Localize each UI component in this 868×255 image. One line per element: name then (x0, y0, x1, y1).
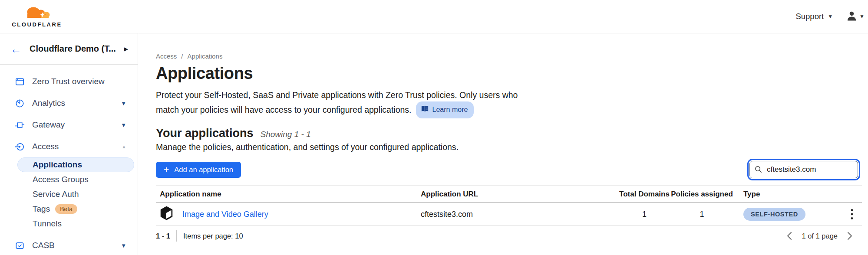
sidebar-item-zero-trust-overview[interactable]: Zero Trust overview (0, 71, 138, 92)
column-header-application-url: Application URL (421, 190, 618, 199)
account-name: Cloudflare Demo (T... (30, 44, 116, 54)
sidebar-item-label: Analytics (32, 98, 65, 108)
pager: 1 of 1 page (787, 232, 852, 240)
add-application-button[interactable]: + Add an application (156, 162, 241, 178)
page-description: Protect your Self-Hosted, SaaS and Priva… (156, 88, 634, 118)
sidebar-item-access-groups[interactable]: Access Groups (0, 172, 138, 187)
sidebar-item-service-auth[interactable]: Service Auth (0, 187, 138, 202)
main-content: Access / Applications Applications Prote… (139, 33, 868, 255)
analytics-pie-icon (14, 98, 25, 108)
add-application-label: Add an application (174, 166, 233, 174)
breadcrumb: Access / Applications (156, 52, 862, 60)
chevron-up-icon[interactable]: ▲ (122, 144, 126, 149)
sidebar-item-tunnels[interactable]: Tunnels (0, 216, 138, 231)
page-title: Applications (156, 64, 862, 83)
chevron-down-icon: ▼ (828, 13, 833, 20)
items-per-page[interactable]: Items per page: 10 (183, 232, 243, 240)
sidebar-item-gateway[interactable]: Gateway ▼ (0, 114, 138, 136)
account-selector[interactable]: ← Cloudflare Demo (T... ▶ (0, 33, 138, 65)
section-subtitle: Manage the policies, authentication, and… (156, 142, 862, 152)
search-input[interactable] (749, 161, 858, 178)
sidebar-item-label: Zero Trust overview (32, 77, 105, 86)
section-title: Your applications (156, 127, 254, 140)
support-menu[interactable]: Support ▼ (795, 12, 833, 21)
user-avatar-icon (846, 10, 858, 23)
sidebar: ← Cloudflare Demo (T... ▶ Zero Trust ove… (0, 33, 138, 255)
cloudflare-logo: CLOUDFLARE (8, 6, 66, 28)
sidebar-item-label: Tags (33, 204, 50, 214)
row-actions-kebab-icon[interactable] (849, 207, 855, 222)
page-description-line1: Protect your Self-Hosted, SaaS and Priva… (156, 90, 518, 100)
gateway-icon (14, 120, 25, 130)
plus-icon: + (164, 165, 169, 174)
access-login-icon (14, 141, 25, 152)
sidebar-item-label: Applications (33, 160, 82, 170)
policies-assigned-value: 1 (670, 210, 733, 219)
sidebar-item-analytics[interactable]: Analytics ▼ (0, 92, 138, 114)
application-cube-icon (160, 206, 173, 222)
sidebar-nav: Zero Trust overview Analytics ▼ Gateway (0, 65, 138, 255)
column-header-application-name: Application name (156, 190, 421, 199)
learn-more-button[interactable]: Learn more (416, 101, 474, 118)
support-label: Support (795, 12, 824, 21)
sidebar-item-label: CASB (32, 241, 55, 250)
application-search (749, 161, 858, 178)
beta-badge: Beta (55, 204, 77, 214)
table-header-row: Application name Application URL Total D… (156, 185, 862, 203)
sidebar-item-access[interactable]: Access ▲ (0, 136, 138, 157)
user-menu[interactable]: ▼ (846, 10, 865, 23)
access-submenu: Applications Access Groups Service Auth … (0, 157, 138, 231)
chevron-down-icon[interactable]: ▼ (121, 100, 126, 107)
table-footer: 1 - 1 Items per page: 10 1 of 1 page (156, 230, 862, 242)
cloudflare-logo-text: CLOUDFLARE (12, 21, 62, 28)
column-header-type: Type (733, 190, 819, 199)
sidebar-item-label: Tunnels (33, 219, 62, 229)
showing-count: Showing 1 - 1 (261, 130, 311, 139)
sidebar-item-tags[interactable]: Tags Beta (0, 202, 138, 216)
casb-check-icon (14, 240, 25, 251)
next-page-icon[interactable] (847, 232, 852, 240)
breadcrumb-applications[interactable]: Applications (188, 52, 223, 60)
page-indicator: 1 of 1 page (802, 232, 838, 240)
results-range: 1 - 1 (156, 232, 170, 240)
total-domains-value: 1 (618, 210, 670, 219)
cloudflare-cloud-icon (23, 6, 51, 21)
sidebar-item-applications[interactable]: Applications (17, 157, 134, 172)
chevron-down-icon[interactable]: ▼ (121, 242, 126, 249)
application-name-link[interactable]: Image and Video Gallery (182, 210, 268, 219)
table-row: Image and Video Gallery cftestsite3.com … (156, 203, 862, 226)
back-arrow-icon[interactable]: ← (10, 43, 22, 55)
chevron-down-icon: ▼ (859, 13, 865, 20)
chevron-down-icon[interactable]: ▼ (121, 122, 126, 128)
sidebar-item-casb[interactable]: CASB ▼ (0, 235, 138, 255)
previous-page-icon[interactable] (787, 232, 792, 240)
sidebar-item-label: Access (32, 142, 59, 151)
column-header-total-domains: Total Domains (618, 190, 670, 199)
type-badge: SELF-HOSTED (743, 208, 805, 221)
learn-more-label: Learn more (432, 103, 468, 116)
divider (176, 230, 177, 242)
chevron-right-icon[interactable]: ▶ (124, 46, 128, 52)
sidebar-item-label: Gateway (32, 120, 65, 130)
applications-table: Application name Application URL Total D… (156, 185, 862, 226)
overview-window-icon (14, 76, 25, 87)
book-icon (421, 103, 429, 116)
sidebar-item-label: Service Auth (33, 190, 79, 199)
top-bar: CLOUDFLARE Support ▼ ▼ (0, 0, 868, 33)
column-header-policies-assigned: Policies assigned (670, 190, 733, 199)
breadcrumb-separator: / (181, 52, 183, 60)
page-description-line2: match your policies will have access to … (156, 105, 412, 114)
sidebar-item-label: Access Groups (33, 175, 89, 184)
application-url: cftestsite3.com (421, 210, 618, 219)
breadcrumb-access[interactable]: Access (156, 52, 177, 60)
